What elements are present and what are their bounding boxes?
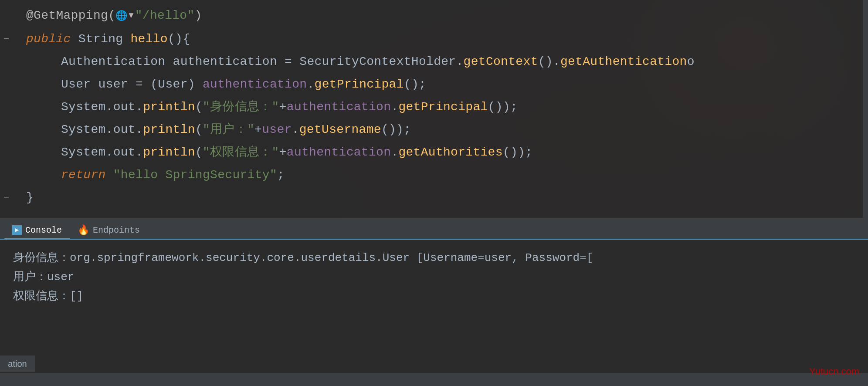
token-space [106,168,113,182]
token-println3: println [143,146,195,159]
token-getusername: getUsername [299,123,381,136]
collapse-close-icon[interactable]: − [3,193,9,203]
endpoints-icon: 🔥 [78,224,89,236]
token-context-holder: SecurityContextHolder [299,55,456,68]
token-paren2: o [687,55,695,68]
collapse-open-icon[interactable]: − [3,34,9,45]
token-semicolon: ; [277,168,285,182]
token-string-type: String [71,32,131,46]
bottom-status-bar [0,373,868,386]
token-dot4: . [292,123,299,136]
code-content-println1: System.out.println("身份信息："+authenticatio… [9,96,518,119]
console-tabs: ▶ Console 🔥 Endpoints [0,221,868,240]
token-user-assign: user = [91,78,150,91]
token-paren5: ()); [488,100,518,114]
panel-divider [0,218,868,221]
console-output: 身份信息：org.springframework.security.core.u… [0,240,868,315]
token-chevron: ▾ [128,9,135,22]
token-public: public [26,32,71,46]
output-line-1: 身份信息：org.springframework.security.core.u… [13,248,855,267]
token-hello-method: hello [130,32,168,46]
token-getauth2: getAuthorities [398,146,502,159]
code-content-println2: System.out.println("用户："+user.getUsernam… [9,119,411,141]
code-line-return: return "hello SpringSecurity"; [0,164,868,186]
code-line-println3: System.out.println("权限信息："+authenticatio… [0,141,868,164]
token-return: return [61,168,106,182]
code-content-annotation: @GetMapping(🌐▾"/hello") [9,4,202,28]
token-str2: "用户：" [203,123,254,136]
token-dot1: . [456,55,463,68]
token-getauth: getAuthentication [560,55,687,68]
editor-area: @GetMapping(🌐▾"/hello") − public String … [0,0,868,218]
scroll-indicator [863,0,868,218]
tab-console[interactable]: ▶ Console [4,222,70,239]
code-line-brace: − } [0,186,868,209]
output-text-3: 权限信息：[] [13,290,83,303]
token-paren6: ( [195,123,203,136]
token-str1: "身份信息：" [203,100,279,114]
token-auth-type: Authentication [61,55,165,68]
watermark: Yutucn.com [809,366,859,377]
code-line-user: User user = (User) authentication.getPri… [0,73,868,96]
output-text-1: 身份信息：org.springframework.security.core.u… [13,251,593,264]
token-system1: System.out. [61,100,143,114]
token-paren9: ()); [503,146,532,159]
output-line-2: 用户：user [13,267,855,287]
token-dot2: . [307,78,314,91]
code-line-auth: Authentication authentication = Security… [0,51,868,73]
token-println2: println [143,123,195,136]
token-auth-assign: authentication = [165,55,299,68]
token-paren8: ( [195,146,203,159]
output-text-2: 用户：user [13,271,74,284]
code-content-auth: Authentication authentication = Security… [9,51,695,73]
token-getcontext: getContext [464,55,538,68]
token-dot3: . [391,100,398,114]
token-paren4: ( [195,100,203,114]
token-paren3: (); [404,78,426,91]
sidebar-bottom-label: ation [0,356,35,372]
token-paren1: (). [538,55,560,68]
token-cast: (User) [150,78,203,91]
tab-endpoints-label: Endpoints [93,225,140,235]
token-return-str: "hello SpringSecurity" [113,168,277,182]
code-content-brace: } [9,186,34,209]
token-path-string: "/hello" [135,9,195,22]
token-at: @ [26,9,34,22]
code-content-return: return "hello SpringSecurity"; [9,164,285,186]
token-concat3: + [279,146,287,159]
sidebar-label-text: ation [8,359,27,369]
code-line-println2: System.out.println("用户："+user.getUsernam… [0,119,868,141]
token-str3: "权限信息：" [203,146,279,159]
token-method-paren: (){ [168,32,190,46]
token-getprincipal: getPrincipal [315,78,404,91]
code-line-public: − public String hello(){ [0,28,868,51]
code-line-println1: System.out.println("身份信息："+authenticatio… [0,96,868,119]
token-system2: System.out. [61,123,143,136]
token-auth-var2: authentication [287,100,391,114]
token-concat2: + [254,123,262,136]
token-user-type: User [61,78,91,91]
tab-console-label: Console [25,225,62,235]
code-content-println3: System.out.println("权限信息："+authenticatio… [9,141,532,164]
token-auth-var3: authentication [287,146,391,159]
token-getmapping: GetMapping( [34,9,115,22]
code-content-user: User user = (User) authentication.getPri… [9,73,426,96]
output-line-3: 权限信息：[] [13,287,855,306]
token-println1: println [143,100,195,114]
tab-endpoints[interactable]: 🔥 Endpoints [70,221,148,239]
token-system3: System.out. [61,146,143,159]
token-getprincipal2: getPrincipal [398,100,488,114]
console-icon: ▶ [12,225,22,235]
token-close-paren: ) [195,9,202,22]
token-auth-var: authentication [203,78,307,91]
code-content-public: public String hello(){ [9,28,190,51]
watermark-text: Yutucn.com [809,366,859,377]
console-panel: ▶ Console 🔥 Endpoints 身份信息：org.springfra… [0,221,868,383]
token-dot5: . [391,146,398,159]
token-paren7: ()); [381,123,411,136]
code-line-annotation: @GetMapping(🌐▾"/hello") [0,4,868,28]
token-closing-brace: } [26,191,34,204]
token-user-var: user [262,123,292,136]
token-concat1: + [279,100,287,114]
token-globe: 🌐 [115,11,127,22]
